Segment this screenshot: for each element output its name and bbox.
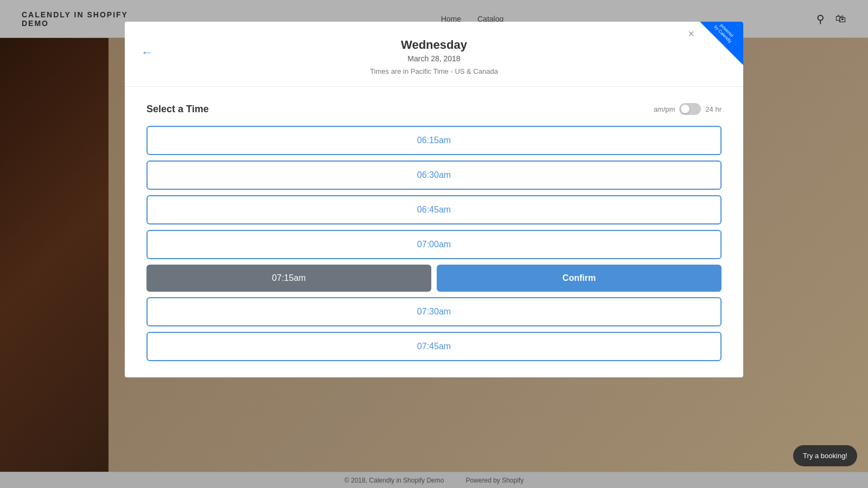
time-slot-0630[interactable]: 06:30am [146,160,722,190]
modal-date: March 28, 2018 [146,54,722,63]
ampm-label: am/pm [654,105,675,113]
time-slot-0730[interactable]: 07:30am [146,297,722,326]
modal-body: Select a Time am/pm 24 hr 06:15am 06:30a… [125,87,743,377]
try-booking-button[interactable]: Try a booking! [793,445,857,466]
24hr-label: 24 hr [705,105,722,113]
time-format-switch[interactable] [679,103,701,115]
time-slots-list: 06:15am 06:30am 06:45am 07:00am 07:15am … [146,126,722,361]
modal-timezone: Times are in Pacific Time - US & Canada [146,67,722,75]
back-button[interactable]: ← [141,46,153,60]
confirm-button[interactable]: Confirm [437,265,722,292]
close-button[interactable]: × [688,28,694,39]
time-slot-0745[interactable]: 07:45am [146,332,722,361]
time-slot-0715-selected[interactable]: 07:15am [146,265,431,292]
modal-day: Wednesday [146,38,722,52]
time-select-label: Select a Time [146,104,209,115]
time-slot-0615[interactable]: 06:15am [146,126,722,155]
time-format-toggle: am/pm 24 hr [654,103,722,115]
time-slot-0645[interactable]: 06:45am [146,195,722,224]
time-select-header: Select a Time am/pm 24 hr [146,103,722,115]
time-slot-0700[interactable]: 07:00am [146,230,722,259]
modal-header: ← Wednesday March 28, 2018 Times are in … [125,22,743,87]
calendly-modal: powered by Calendly × ← Wednesday March … [125,22,743,377]
time-slot-selected-row: 07:15am Confirm [146,265,722,292]
